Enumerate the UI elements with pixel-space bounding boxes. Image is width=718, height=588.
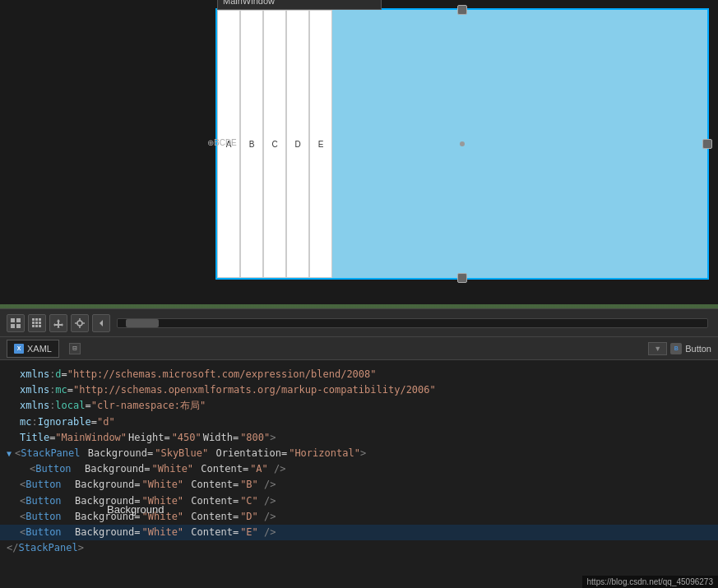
wpf-button-d[interactable]: D: [286, 10, 309, 278]
code-line-11: <Button Background="White" Content="E" /…: [0, 525, 718, 540]
svg-rect-2: [11, 324, 15, 328]
svg-rect-5: [35, 318, 38, 321]
svg-rect-4: [32, 318, 35, 321]
resize-handle-top[interactable]: [457, 5, 467, 15]
breadcrumb-dropdown[interactable]: ▼: [648, 342, 667, 355]
side-label: ⊕BCDE: [207, 138, 237, 147]
xaml-breadcrumb: ▼ B Button: [648, 342, 711, 355]
grid2-icon: [32, 318, 42, 328]
side-label-text: ⊕BCDE: [207, 138, 237, 147]
code-line-8: <Button Background="White" Content="B" /…: [0, 477, 718, 493]
svg-rect-12: [39, 325, 41, 327]
svg-rect-11: [35, 325, 38, 327]
svg-rect-10: [32, 325, 35, 327]
code-line-1: xmlns:d="http://schemas.microsoft.com/ex…: [0, 367, 718, 382]
snap-icon-btn[interactable]: [71, 314, 89, 332]
svg-marker-13: [53, 319, 63, 328]
svg-rect-7: [32, 322, 35, 324]
code-line-2: xmlns:mc="http://schemas.openxmlformats.…: [0, 382, 718, 398]
grid-icon: [11, 318, 21, 328]
xaml-tab[interactable]: X XAML: [7, 340, 59, 358]
main-window-preview: MainWindow A B C D E: [215, 8, 709, 280]
background-label: Background: [107, 503, 164, 516]
main-window-titlebar: MainWindow: [217, 0, 382, 10]
main-window-title: MainWindow: [223, 0, 275, 6]
center-handle: [460, 141, 465, 146]
code-line-7: <Button Background="White" Content="A" /…: [0, 461, 718, 477]
svg-rect-1: [16, 318, 21, 322]
status-url: https://blog.csdn.net/qq_45096273: [582, 576, 718, 588]
toolbar-scrollbar[interactable]: [117, 318, 708, 328]
svg-rect-6: [39, 318, 41, 321]
xaml-panel: X XAML ⊟ ▼ B Button xmlns:d="http://sche…: [0, 337, 718, 588]
svg-rect-9: [39, 322, 41, 324]
wpf-button-e[interactable]: E: [309, 10, 332, 278]
xaml-tab-label: XAML: [27, 344, 52, 354]
svg-rect-3: [16, 324, 21, 328]
xaml-header: X XAML ⊟ ▼ B Button: [0, 337, 718, 360]
resize-handle-right[interactable]: [702, 139, 712, 149]
wpf-button-b[interactable]: B: [240, 10, 263, 278]
code-line-6: ▼ <StackPanel Background="SkyBlue" Orien…: [0, 446, 718, 461]
breadcrumb-label: Button: [685, 344, 711, 354]
resize-handle-bottom[interactable]: [457, 273, 467, 283]
move-icon: [53, 318, 63, 328]
scrollbar-thumb[interactable]: [126, 319, 159, 327]
code-line-12: </StackPanel>: [0, 540, 718, 556]
svg-rect-8: [35, 322, 38, 324]
breadcrumb-btn-icon: B: [670, 343, 682, 354]
snap-icon: [75, 318, 85, 328]
bottom-toolbar: [0, 308, 718, 337]
svg-point-14: [77, 321, 82, 326]
code-line-3: xmlns:local="clr-namespace:布局": [0, 398, 718, 414]
xaml-tab-icon: X: [14, 344, 24, 354]
svg-marker-19: [100, 320, 103, 326]
code-line-4: mc:Ignorable="d": [0, 414, 718, 430]
wpf-button-c[interactable]: C: [263, 10, 286, 278]
arrow-left-icon-btn[interactable]: [92, 314, 110, 332]
arrow-left-icon: [96, 318, 106, 328]
code-line-5: Title="MainWindow"Height="450"Width="800…: [0, 430, 718, 446]
main-window-content: A B C D E: [217, 10, 707, 278]
move-icon-btn[interactable]: [49, 314, 67, 332]
grid2-icon-btn[interactable]: [28, 314, 46, 332]
svg-rect-0: [11, 318, 15, 322]
grid-icon-btn[interactable]: [7, 314, 25, 332]
code-area: xmlns:d="http://schemas.microsoft.com/ex…: [0, 360, 718, 563]
xaml-expand-icon[interactable]: ⊟: [69, 343, 81, 354]
